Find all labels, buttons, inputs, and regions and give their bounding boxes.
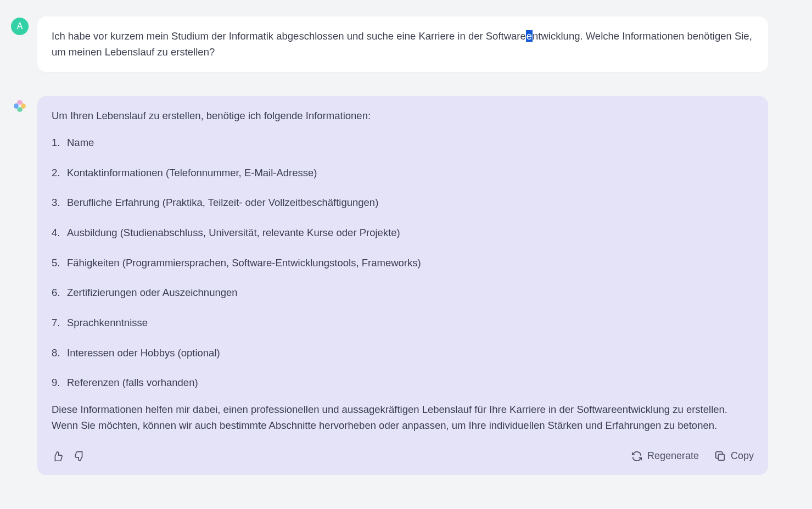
user-message-highlight: e bbox=[526, 30, 533, 42]
assistant-outro: Diese Informationen helfen mir dabei, ei… bbox=[52, 402, 754, 433]
list-item: Fähigkeiten (Programmiersprachen, Softwa… bbox=[52, 255, 754, 271]
svg-rect-0 bbox=[718, 455, 724, 461]
feedback-actions bbox=[52, 450, 86, 462]
thumbs-up-icon bbox=[52, 450, 64, 462]
regenerate-label: Regenerate bbox=[647, 449, 699, 464]
user-avatar: A bbox=[11, 18, 29, 35]
copy-label: Copy bbox=[731, 449, 754, 464]
list-item: Berufliche Erfahrung (Praktika, Teilzeit… bbox=[52, 195, 754, 211]
copy-button[interactable]: Copy bbox=[714, 449, 754, 464]
list-item: Ausbildung (Studienabschluss, Universitä… bbox=[52, 225, 754, 241]
thumbs-up-button[interactable] bbox=[52, 450, 64, 462]
user-message-row: A Ich habe vor kurzem mein Studium der I… bbox=[11, 16, 768, 72]
list-item: Interessen oder Hobbys (optional) bbox=[52, 345, 754, 361]
assistant-logo-icon bbox=[13, 99, 27, 113]
assistant-intro: Um Ihren Lebenslauf zu erstellen, benöti… bbox=[52, 108, 754, 124]
assistant-actions: Regenerate Copy bbox=[52, 449, 754, 464]
list-item: Kontaktinformationen (Telefonnummer, E-M… bbox=[52, 165, 754, 181]
list-item: Name bbox=[52, 135, 754, 151]
output-actions: Regenerate Copy bbox=[631, 449, 754, 464]
assistant-message-bubble: Um Ihren Lebenslauf zu erstellen, benöti… bbox=[37, 96, 768, 475]
regenerate-button[interactable]: Regenerate bbox=[631, 449, 699, 464]
list-item: Referenzen (falls vorhanden) bbox=[52, 375, 754, 391]
regenerate-icon bbox=[631, 450, 643, 462]
user-message-bubble[interactable]: Ich habe vor kurzem mein Studium der Inf… bbox=[37, 16, 768, 72]
assistant-avatar bbox=[11, 97, 29, 115]
assistant-message-row: Um Ihren Lebenslauf zu erstellen, benöti… bbox=[11, 96, 768, 475]
thumbs-down-button[interactable] bbox=[74, 450, 86, 462]
user-message-pre: Ich habe vor kurzem mein Studium der Inf… bbox=[52, 30, 526, 42]
user-avatar-letter: A bbox=[17, 21, 23, 31]
list-item: Zertifizierungen oder Auszeichnungen bbox=[52, 285, 754, 301]
copy-icon bbox=[714, 450, 726, 462]
list-item: Sprachkenntnisse bbox=[52, 315, 754, 331]
assistant-list: Name Kontaktinformationen (Telefonnummer… bbox=[52, 135, 754, 391]
thumbs-down-icon bbox=[74, 450, 86, 462]
